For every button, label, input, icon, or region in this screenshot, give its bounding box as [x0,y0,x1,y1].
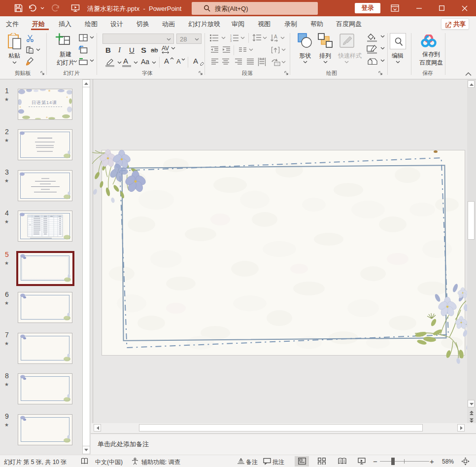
svg-text:3: 3 [230,39,232,42]
svg-text:A: A [274,34,277,39]
